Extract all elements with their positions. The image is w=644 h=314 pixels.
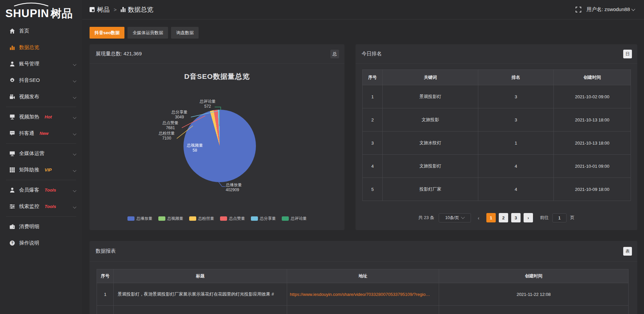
sidebar-divider (6, 216, 76, 217)
fullscreen-icon[interactable] (576, 7, 581, 12)
sidebar-item-label: 操作说明 (19, 240, 39, 246)
legend-item-plays[interactable]: 总播放量 (127, 216, 153, 221)
ranking-panel: 今日排名 日 序号 关键词 排名 创建时间 1 景观投影灯 3 2021-10-… (356, 44, 637, 230)
tab-media-ops[interactable]: 全媒体运营数据 (127, 27, 168, 39)
total-badge-button[interactable]: 总 (330, 50, 339, 58)
chevron-down-icon (73, 152, 76, 155)
page-size-select[interactable]: 10条/页 (439, 213, 471, 222)
page-button-3[interactable]: 3 (511, 213, 521, 222)
pie-label-plays: 总播放量402909 (226, 182, 259, 193)
cell-keyword: 景观投影灯 (383, 85, 478, 108)
pie-chart-area: D音SEO数据量总览 总评论量572 总分享量3049 总点赞量7681 总粉丝… (90, 64, 344, 230)
tab-inquiry[interactable]: 询盘数据 (171, 27, 199, 39)
app-root: SHUPIN树品 首页 数据总览 账号管理 抖音SEO (0, 0, 644, 314)
col-header-rank: 排名 (478, 70, 554, 85)
legend-swatch (251, 216, 258, 221)
col-header-created: 创建时间 (439, 269, 629, 283)
legend-item-shares[interactable]: 总分享量 (251, 216, 276, 221)
table-badge-button[interactable]: 表 (623, 247, 632, 256)
legend-item-fans[interactable]: 总粉丝量 (189, 216, 214, 221)
legend-item-comments[interactable]: 总评论量 (282, 216, 307, 221)
sidebar-item-home[interactable]: 首页 (0, 23, 82, 39)
username-label: 用户名: zswodun88 (587, 6, 630, 13)
mini-bar-chart-icon (121, 7, 126, 12)
cell-index: 1 (363, 85, 383, 108)
chevron-down-icon (461, 215, 465, 219)
user-menu[interactable]: 用户名: zswodun88 (587, 6, 635, 13)
sidebar-divider (6, 180, 76, 180)
app-square-icon (90, 7, 95, 12)
chart-legend: 总播放量 总视频量 总粉丝量 总点赞量 总分享量 总评论量 (90, 216, 344, 221)
sidebar-item-douketong[interactable]: 抖客通 New (0, 125, 82, 142)
prev-page-button[interactable]: ‹ (474, 213, 483, 222)
sidebar-item-help[interactable]: ? 操作说明 (0, 235, 82, 251)
cell-index: 1 (97, 283, 114, 306)
screen-heat-icon (9, 114, 15, 120)
sidebar-item-video-heat[interactable]: 视频加热 Hot (0, 109, 82, 125)
table-row: 3 文旅水纹灯 1 2021-10-13 18:00 (363, 132, 631, 155)
chevron-down-icon (73, 95, 76, 99)
sidebar-item-matrix-boost[interactable]: 矩阵助推 VIP (0, 162, 82, 178)
logo-text-en: SHUPIN (5, 7, 49, 19)
chevron-down-icon (73, 115, 76, 119)
cell-index: 4 (363, 155, 383, 178)
topbar: 树品 > 数据总览 用户名: zswodun88 (82, 0, 644, 19)
col-header-index: 序号 (363, 70, 383, 85)
legend-swatch (220, 216, 227, 221)
tab-douyin-seo[interactable]: 抖音seo数据 (90, 27, 124, 39)
cell-keyword: 投影灯厂家 (383, 178, 478, 201)
chevron-down-icon (73, 168, 76, 172)
legend-swatch (158, 216, 165, 221)
legend-item-likes[interactable]: 总点赞量 (220, 216, 245, 221)
page-button-1[interactable]: 1 (486, 213, 496, 222)
person-icon (9, 187, 15, 193)
pagination: 共 23 条 10条/页 ‹ 1 2 3 › 前往 页 (356, 213, 637, 222)
sidebar: SHUPIN树品 首页 数据总览 账号管理 抖音SEO (0, 0, 82, 314)
sidebar-item-label: 线索监控 (19, 203, 39, 210)
cell-created: 2021-11-22 12:08 (439, 283, 629, 306)
sidebar-item-label: 视频发布 (19, 94, 39, 100)
ranking-panel-title: 今日排名 (362, 51, 382, 57)
cell-title (114, 306, 287, 314)
cell-created: 2021-10-13 18:00 (554, 108, 631, 132)
gear-icon (9, 77, 15, 83)
sidebar-item-data-overview[interactable]: 数据总览 (0, 39, 82, 56)
sidebar-item-video-publish[interactable]: 视频发布 (0, 89, 82, 105)
sidebar-item-clue-monitor[interactable]: 线索监控 Tools (0, 198, 82, 215)
chevron-down-icon (73, 205, 76, 208)
breadcrumb-root[interactable]: 树品 (90, 5, 110, 14)
hot-badge: Hot (45, 114, 52, 119)
pie-label-shares: 总分享量3049 (163, 110, 196, 120)
vip-badge: VIP (45, 167, 52, 172)
legend-item-videos[interactable]: 总视频量 (158, 216, 183, 221)
sidebar-item-douyin-seo[interactable]: 抖音SEO (0, 72, 82, 89)
impressions-total-label: 展现量总数: 421,369 (96, 51, 142, 57)
tools-badge: Tools (45, 204, 56, 209)
sidebar-item-member-burst[interactable]: 会员爆客 Tools (0, 182, 82, 198)
breadcrumb-separator: > (114, 7, 117, 12)
breadcrumb-current[interactable]: 数据总览 (121, 5, 154, 14)
col-header-title: 标题 (114, 269, 287, 283)
sidebar-item-account[interactable]: 账号管理 (0, 56, 82, 72)
cell-index: 3 (363, 132, 383, 155)
cell-created: 2021-10-09 18:00 (554, 178, 631, 201)
sidebar-item-consume-detail[interactable]: 消费明细 (0, 218, 82, 235)
video-link[interactable]: https://www.iesdouyin.com/share/video/70… (290, 292, 430, 297)
sidebar-item-label: 抖音SEO (19, 77, 40, 84)
chevron-down-icon (73, 62, 76, 66)
report-table-header-row: 序号 标题 地址 创建时间 (97, 269, 629, 283)
cell-keyword: 文旅水纹灯 (383, 132, 478, 155)
page-button-2[interactable]: 2 (499, 213, 508, 222)
overview-panel-header: 展现量总数: 421,369 总 (90, 44, 344, 64)
monitor-icon (9, 151, 15, 156)
goto-page-input[interactable] (552, 213, 567, 222)
day-badge-button[interactable]: 日 (623, 50, 632, 58)
sidebar-item-media-ops[interactable]: 全媒体运营 (0, 145, 82, 162)
cell-keyword: 文旅投影灯 (383, 155, 478, 178)
chart-title: D音SEO数据量总览 (90, 72, 344, 81)
report-panel: 数据报表 表 序号 标题 地址 创建时间 1 景观投影灯，夜游景观投影灯厂家展示… (90, 241, 637, 314)
cell-rank: 4 (478, 155, 554, 178)
sidebar-item-label: 数据总览 (19, 44, 39, 51)
cell-created: 2021-10-01 09:00 (554, 155, 631, 178)
next-page-button[interactable]: › (524, 213, 533, 222)
